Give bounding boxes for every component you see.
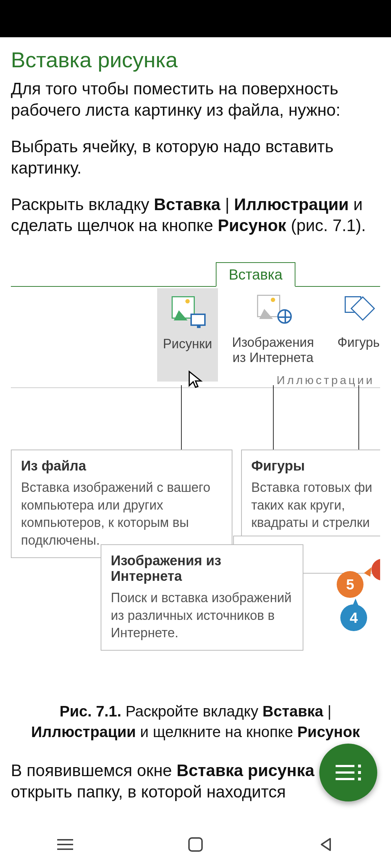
bold-insert: Вставка <box>154 195 220 214</box>
pictures-icon <box>170 296 205 331</box>
callout-from-file: Из файла Вставка изображений с вашего ко… <box>11 450 232 558</box>
bold-picture: Рисунок <box>218 216 286 235</box>
caption-illustrations: Иллюстрации <box>31 723 136 740</box>
shapes-label: Фигуры <box>327 335 380 350</box>
nav-recent-button[interactable] <box>55 835 75 854</box>
figure-caption: Рис. 7.1. Раскройте вкладку Вставка | Ил… <box>11 701 380 742</box>
pictures-label: Рисунки <box>157 336 218 352</box>
callout-body: Поиск и вставка изображений из различных… <box>111 589 293 642</box>
square-icon <box>188 837 203 852</box>
cursor-icon <box>188 370 203 390</box>
nav-back-button[interactable] <box>316 835 336 854</box>
caption-insert: Вставка <box>262 703 323 720</box>
triangle-left-icon <box>318 837 334 852</box>
online-pictures-label-2: из Интернета <box>222 350 324 365</box>
text: | <box>323 703 332 720</box>
nav-home-button[interactable] <box>186 835 205 854</box>
system-nav-bar <box>0 821 391 868</box>
caption-fig-num: Рис. 7.1. <box>59 703 121 720</box>
paragraph-step2: Раскрыть вкладку Вставка | Иллюстрации и… <box>11 194 380 237</box>
connector-line <box>358 385 359 450</box>
online-pictures-icon <box>256 295 290 329</box>
text: и щелкните на кнопке <box>136 723 297 740</box>
text: Раскрыть вкладку <box>11 195 154 214</box>
tab-insert: Вставка <box>216 262 295 287</box>
smartart-bubble-5: 5 <box>337 571 363 598</box>
ribbon-button-shapes: Фигуры <box>327 295 380 350</box>
menu-icon <box>57 839 73 850</box>
connector-line <box>181 385 182 450</box>
callout-title: Из файла <box>21 458 222 474</box>
arrow-icon <box>352 599 359 607</box>
text: (рис. 7.1). <box>286 216 366 235</box>
list-icon <box>336 765 361 780</box>
caption-picture: Рисунок <box>297 723 360 740</box>
ribbon-divider <box>11 286 380 287</box>
online-pictures-label-1: Изображения <box>222 335 324 350</box>
smartart-bubble-4: 4 <box>340 604 367 631</box>
figure-7-1: Вставка Рисунки Изображения из Интернета <box>11 262 380 693</box>
callout-body: Вставка изображений с вашего компьютера … <box>21 479 222 549</box>
section-heading: Вставка рисунка <box>11 47 380 72</box>
ribbon-button-pictures: Рисунки <box>157 288 218 382</box>
text: | <box>220 195 234 214</box>
ribbon-button-online-pictures: Изображения из Интернета <box>222 295 324 365</box>
ribbon-group-label: Иллюстрации <box>277 374 375 387</box>
shapes-icon <box>342 295 377 329</box>
text: открыть папку, в которой находится <box>11 782 286 801</box>
bold-illustrations: Иллюстрации <box>234 195 349 214</box>
text: В появившемся окне <box>11 761 177 780</box>
bold-insert-picture: Вставка рисунка <box>177 761 315 780</box>
callout-title: Изображения из Интернета <box>111 553 293 584</box>
text: Раскройте вкладку <box>121 703 262 720</box>
callout-title: Фигуры <box>251 458 380 474</box>
fab-menu-button[interactable] <box>319 744 377 801</box>
paragraph-step1: Выбрать ячейку, в которую надо вставить … <box>11 136 380 179</box>
callout-body: Вставка готовых фи таких как круги, квад… <box>251 479 380 532</box>
document-content[interactable]: Вставка рисунка Для того чтобы поместить… <box>0 37 391 821</box>
callout-online-pictures: Изображения из Интернета Поиск и вставка… <box>101 544 303 651</box>
paragraph-intro: Для того чтобы поместить на поверхность … <box>11 78 380 121</box>
status-bar <box>0 0 391 37</box>
callout-shapes: Фигуры Вставка готовых фи таких как круг… <box>241 450 380 540</box>
